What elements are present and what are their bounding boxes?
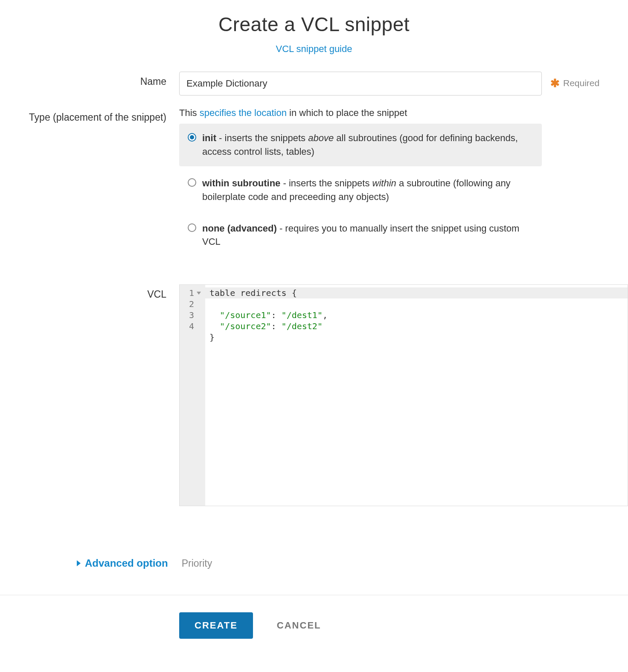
gutter-line: 4 <box>186 321 201 332</box>
vcl-code-editor[interactable]: 1234 table redirects { "/source1": "/des… <box>179 284 628 506</box>
gutter-line: 2 <box>186 298 201 310</box>
type-option-label: within subroutine - inserts the snippets… <box>202 177 533 204</box>
radio-icon <box>188 223 196 232</box>
type-option-label: init - inserts the snippets above all su… <box>202 131 533 159</box>
create-button[interactable]: CREATE <box>179 612 253 639</box>
required-text: Required <box>563 78 599 88</box>
code-line: "/source2": "/dest2" <box>209 321 323 331</box>
advanced-option-sublabel: Priority <box>182 558 212 569</box>
radio-icon <box>188 178 196 187</box>
gutter-line: 1 <box>186 287 201 298</box>
required-indicator: ✱ Required <box>550 78 599 89</box>
advanced-option-toggle[interactable]: Advanced option <box>77 557 168 569</box>
code-line: } <box>209 332 215 342</box>
radio-icon <box>188 133 196 142</box>
vcl-label: VCL <box>0 284 179 300</box>
type-option-init[interactable]: init - inserts the snippets above all su… <box>179 124 542 166</box>
code-line: table redirects { <box>205 287 628 298</box>
page-title: Create a VCL snippet <box>0 13 628 36</box>
chevron-right-icon <box>77 560 81 566</box>
gutter-line: 3 <box>186 310 201 321</box>
name-label: Name <box>0 72 179 87</box>
type-option-within[interactable]: within subroutine - inserts the snippets… <box>179 169 542 211</box>
asterisk-icon: ✱ <box>550 78 560 89</box>
fold-marker-icon[interactable] <box>197 292 201 295</box>
type-label: Type (placement of the snippet) <box>0 107 179 123</box>
code-line: "/source1": "/dest1", <box>209 310 328 320</box>
type-option-label: none (advanced) - requires you to manual… <box>202 222 533 249</box>
cancel-button[interactable]: CANCEL <box>274 620 324 631</box>
type-description: This specifies the location in which to … <box>179 107 542 119</box>
type-option-none[interactable]: none (advanced) - requires you to manual… <box>179 214 542 257</box>
specifies-location-link[interactable]: specifies the location <box>200 107 287 118</box>
vcl-snippet-guide-link[interactable]: VCL snippet guide <box>276 43 352 54</box>
name-input[interactable] <box>179 72 542 96</box>
